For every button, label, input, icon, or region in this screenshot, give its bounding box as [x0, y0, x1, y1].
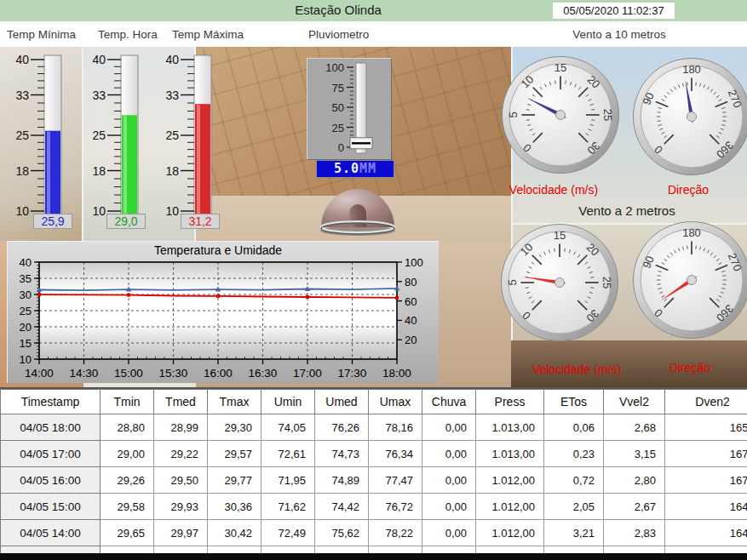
col-header-tmin: Tmin: [101, 390, 154, 414]
col-header-timestamp: Timestamp: [1, 390, 101, 414]
col-header-umax: Umax: [369, 390, 422, 414]
svg-text:25: 25: [92, 129, 106, 142]
row-timestamp: 04/05 16:00: [1, 467, 101, 494]
station-title: Estação Olinda: [253, 3, 423, 17]
data-table-container[interactable]: TimestampTminTmedTmaxUminUmedUmaxChuvaPr…: [0, 387, 747, 553]
row-cell: 71,77: [261, 546, 315, 554]
row-cell: 3,21: [544, 520, 604, 546]
svg-text:20: 20: [20, 321, 32, 334]
temperature-humidity-chart: 101520253035402040608010014:0014:3015:00…: [7, 241, 439, 383]
col-header-tmed: Tmed: [154, 390, 208, 414]
label-vento-2-metros: Vento a 2 metros: [559, 203, 695, 218]
row-cell: 29,57: [208, 441, 261, 467]
row-cell: 30,42: [208, 520, 261, 546]
section-label-bar: Temp Mínima Temp. Hora Temp Máxima Pluvi…: [0, 21, 747, 47]
svg-text:80: 80: [405, 276, 417, 289]
col-header-etos: ETos: [544, 390, 604, 414]
row-cell: 29,97: [154, 520, 208, 546]
row-timestamp: 04/05 14:00: [1, 520, 101, 546]
label-temp-maxima: Temp Máxima: [172, 28, 244, 41]
row-cell: 164,: [665, 520, 747, 546]
svg-text:25: 25: [332, 122, 344, 134]
row-cell: 0,00: [422, 520, 476, 546]
row-cell: 3,15: [604, 441, 665, 467]
svg-text:180: 180: [682, 226, 701, 239]
table-row: 04/05 16:0029,2629,5029,7771,9574,8977,4…: [1, 467, 747, 494]
row-cell: 29,58: [101, 494, 154, 520]
label-pluviometro: Pluviometro: [308, 28, 369, 41]
row-cell: 2,67: [604, 494, 665, 520]
row-timestamp: 04/05 18:00: [1, 414, 101, 441]
svg-text:15: 15: [554, 229, 566, 242]
row-cell: 30,36: [208, 494, 261, 520]
row-cell: 2,25: [604, 546, 665, 554]
svg-text:25: 25: [601, 109, 614, 121]
row-cell: 76,72: [369, 494, 422, 520]
row-cell: 78,16: [369, 414, 422, 441]
row-cell: 29,26: [101, 467, 154, 494]
row-cell: 1.013,00: [476, 546, 544, 554]
svg-text:60: 60: [405, 295, 417, 308]
row-cell: 74,05: [261, 414, 315, 441]
svg-text:100: 100: [405, 256, 423, 269]
row-cell: 29,30: [208, 414, 261, 441]
row-timestamp: 04/05 17:00: [1, 441, 101, 467]
row-cell: 0,00: [422, 467, 476, 494]
svg-text:100: 100: [325, 61, 344, 74]
row-cell: 0,72: [544, 467, 604, 494]
svg-text:30: 30: [20, 289, 32, 301]
svg-text:75: 75: [332, 82, 344, 94]
row-cell: 71,95: [261, 467, 315, 494]
datetime-display: 05/05/2020 11:02:37: [553, 3, 675, 19]
svg-text:40: 40: [165, 53, 179, 66]
header-bar: Estação Olinda 05/05/2020 11:02:37: [0, 0, 747, 21]
row-cell: 165,: [665, 414, 747, 441]
svg-text:16:00: 16:00: [204, 367, 233, 380]
gauge-wind10-direction: 090180270360: [632, 57, 747, 180]
row-cell: 166,: [665, 546, 747, 554]
svg-text:5: 5: [506, 279, 519, 285]
data-table: TimestampTminTmedTmaxUminUmedUmaxChuvaPr…: [0, 389, 747, 553]
row-cell: 0,00: [422, 441, 476, 467]
col-header-dven2: Dven2: [665, 390, 747, 414]
svg-text:25: 25: [15, 129, 29, 142]
row-cell: 1.012,00: [476, 467, 544, 494]
svg-text:25: 25: [165, 129, 179, 142]
svg-text:17:30: 17:30: [338, 367, 367, 380]
table-row: 04/05 13:0030,1130,4030,7071,7774,2176,4…: [1, 546, 747, 554]
svg-text:18: 18: [165, 164, 179, 178]
col-header-vvel2: Vvel2: [604, 390, 665, 414]
row-cell: 0,00: [422, 414, 476, 441]
svg-text:40: 40: [92, 53, 106, 66]
pluviometer-scale[interactable]: 1007550250: [307, 59, 393, 159]
svg-text:15: 15: [20, 337, 32, 350]
row-cell: 1.013,00: [476, 441, 544, 467]
gauge-wind2-direction: 090180270360: [632, 220, 747, 343]
row-cell: 29,77: [208, 467, 261, 494]
svg-text:33: 33: [165, 89, 179, 102]
table-row: 04/05 15:0029,5829,9330,3671,6274,4276,7…: [1, 494, 747, 520]
svg-text:14:30: 14:30: [70, 367, 99, 380]
svg-text:15:00: 15:00: [114, 367, 143, 380]
row-timestamp: 04/05 13:00: [1, 546, 101, 554]
row-cell: 1.013,00: [476, 414, 544, 441]
svg-text:40: 40: [20, 256, 32, 269]
row-cell: 74,73: [315, 441, 369, 467]
svg-text:18: 18: [15, 164, 29, 178]
svg-text:40: 40: [405, 314, 417, 327]
row-cell: 0,23: [544, 441, 604, 467]
svg-text:Temperatura e Umidade: Temperatura e Umidade: [154, 243, 282, 257]
row-cell: 74,42: [315, 494, 369, 520]
row-cell: 74,89: [315, 467, 369, 494]
svg-text:17:00: 17:00: [293, 367, 322, 380]
row-cell: 4,01: [544, 546, 604, 554]
col-header-tmax: Tmax: [208, 390, 261, 414]
label-wind10-direction: Direção: [637, 183, 739, 197]
svg-text:10: 10: [165, 204, 179, 218]
row-cell: 167,: [665, 467, 747, 494]
row-cell: 28,99: [154, 414, 208, 441]
slider-thumb: [350, 138, 372, 149]
gauge-wind2-speed: 051015202530: [500, 223, 619, 346]
table-row: 04/05 18:0028,8028,9929,3074,0576,2678,1…: [1, 414, 747, 441]
row-cell: 2,68: [604, 414, 665, 441]
